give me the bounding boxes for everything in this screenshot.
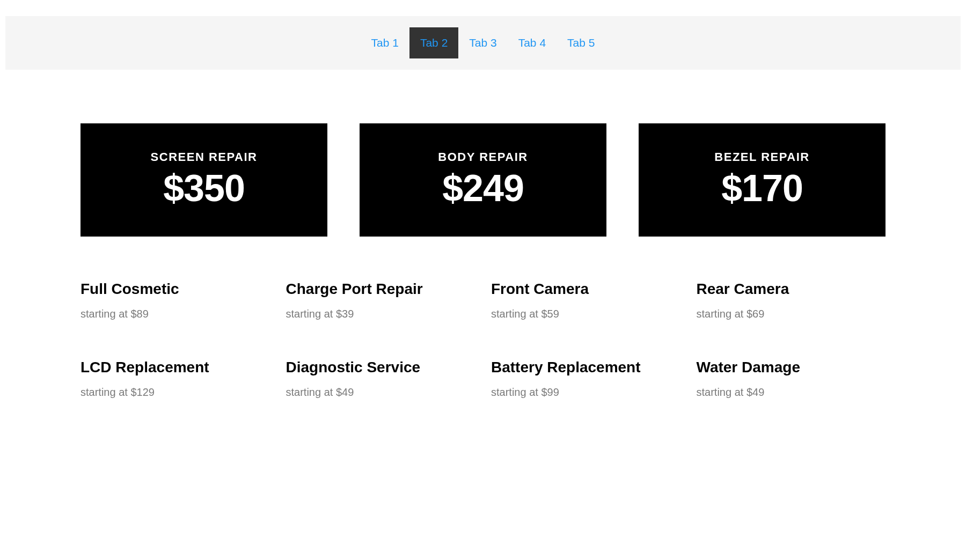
service-price: starting at $59 bbox=[491, 308, 680, 320]
service-price: starting at $49 bbox=[286, 386, 475, 399]
service-item: Full Cosmetic starting at $89 bbox=[80, 279, 270, 320]
featured-price: $170 bbox=[649, 170, 875, 207]
service-item: Diagnostic Service starting at $49 bbox=[286, 358, 475, 399]
tab-2[interactable]: Tab 2 bbox=[409, 27, 458, 58]
tab-3[interactable]: Tab 3 bbox=[458, 27, 507, 58]
tab-4[interactable]: Tab 4 bbox=[508, 27, 557, 58]
service-title: LCD Replacement bbox=[80, 358, 270, 377]
content-area: SCREEN REPAIR $350 BODY REPAIR $249 BEZE… bbox=[0, 123, 966, 399]
featured-title: SCREEN REPAIR bbox=[91, 150, 317, 164]
service-title: Rear Camera bbox=[697, 279, 886, 298]
service-title: Battery Replacement bbox=[491, 358, 680, 377]
service-item: LCD Replacement starting at $129 bbox=[80, 358, 270, 399]
service-price: starting at $39 bbox=[286, 308, 475, 320]
tab-bar: Tab 1 Tab 2 Tab 3 Tab 4 Tab 5 bbox=[5, 16, 961, 70]
services-grid: Full Cosmetic starting at $89 Charge Por… bbox=[80, 279, 885, 399]
service-price: starting at $49 bbox=[697, 386, 886, 399]
service-item: Charge Port Repair starting at $39 bbox=[286, 279, 475, 320]
tab-5[interactable]: Tab 5 bbox=[557, 27, 605, 58]
service-item: Front Camera starting at $59 bbox=[491, 279, 680, 320]
service-title: Full Cosmetic bbox=[80, 279, 270, 298]
service-item: Water Damage starting at $49 bbox=[697, 358, 886, 399]
service-title: Front Camera bbox=[491, 279, 680, 298]
featured-card-screen-repair: SCREEN REPAIR $350 bbox=[80, 123, 327, 237]
service-title: Water Damage bbox=[697, 358, 886, 377]
service-price: starting at $99 bbox=[491, 386, 680, 399]
service-item: Rear Camera starting at $69 bbox=[697, 279, 886, 320]
tab-1[interactable]: Tab 1 bbox=[361, 27, 409, 58]
featured-row: SCREEN REPAIR $350 BODY REPAIR $249 BEZE… bbox=[80, 123, 885, 237]
service-item: Battery Replacement starting at $99 bbox=[491, 358, 680, 399]
service-price: starting at $69 bbox=[697, 308, 886, 320]
featured-card-body-repair: BODY REPAIR $249 bbox=[360, 123, 606, 237]
service-price: starting at $129 bbox=[80, 386, 270, 399]
service-title: Diagnostic Service bbox=[286, 358, 475, 377]
service-price: starting at $89 bbox=[80, 308, 270, 320]
featured-price: $249 bbox=[370, 170, 596, 207]
featured-title: BODY REPAIR bbox=[370, 150, 596, 164]
service-title: Charge Port Repair bbox=[286, 279, 475, 298]
featured-card-bezel-repair: BEZEL REPAIR $170 bbox=[639, 123, 885, 237]
featured-title: BEZEL REPAIR bbox=[649, 150, 875, 164]
featured-price: $350 bbox=[91, 170, 317, 207]
